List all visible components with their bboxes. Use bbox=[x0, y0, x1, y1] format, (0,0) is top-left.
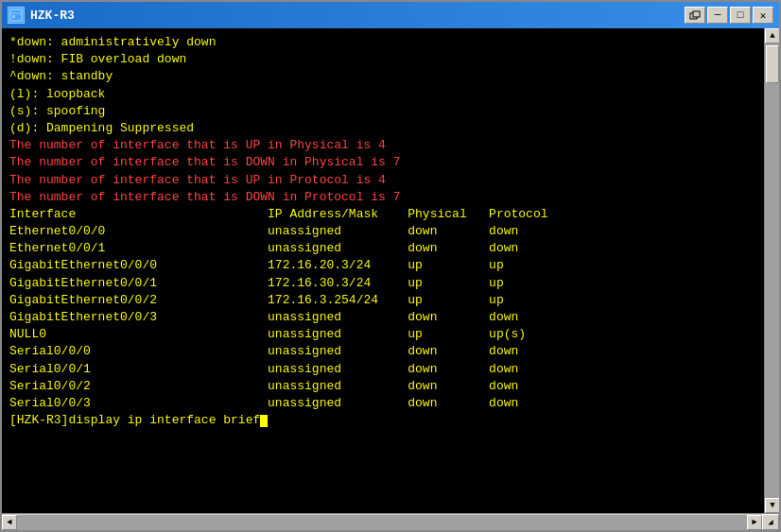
terminal-line: The number of interface that is DOWN in … bbox=[9, 154, 756, 171]
resize-handle[interactable]: ◢ bbox=[762, 514, 779, 530]
title-bar: HZK-R3 ─ □ ✕ bbox=[2, 2, 779, 28]
window-controls: ─ □ ✕ bbox=[685, 7, 773, 24]
terminal-line: (l): loopback bbox=[9, 86, 756, 103]
terminal-line: GigabitEthernet0/0/0 172.16.20.3/24 up u… bbox=[9, 257, 756, 274]
terminal-line: (d): Dampening Suppressed bbox=[9, 120, 756, 137]
terminal-line: *down: administratively down bbox=[9, 34, 756, 51]
terminal-line: The number of interface that is UP in Ph… bbox=[9, 137, 756, 154]
maximize-button[interactable]: □ bbox=[730, 7, 751, 24]
terminal-line: Ethernet0/0/0 unassigned down down bbox=[9, 223, 756, 240]
scroll-left-button[interactable]: ◄ bbox=[2, 515, 17, 530]
svg-rect-2 bbox=[12, 15, 15, 18]
restore-button[interactable] bbox=[685, 7, 705, 24]
terminal-line: (s): spoofing bbox=[9, 103, 756, 120]
window-title: HZK-R3 bbox=[30, 9, 679, 23]
terminal-wrapper: *down: administratively down!down: FIB o… bbox=[2, 28, 779, 513]
terminal-window: HZK-R3 ─ □ ✕ *down: administratively dow… bbox=[0, 0, 781, 532]
svg-rect-0 bbox=[10, 9, 22, 21]
scroll-down-button[interactable]: ▼ bbox=[765, 498, 779, 513]
vertical-scrollbar: ▲ ▼ bbox=[764, 28, 779, 513]
scroll-right-button[interactable]: ► bbox=[747, 515, 762, 530]
bottom-bar: ◄ ► ◢ bbox=[2, 513, 779, 530]
terminal-line: Interface IP Address/Mask Physical Proto… bbox=[9, 206, 756, 223]
close-button[interactable]: ✕ bbox=[753, 7, 773, 24]
terminal-output[interactable]: *down: administratively down!down: FIB o… bbox=[2, 28, 764, 513]
terminal-line: GigabitEthernet0/0/3 unassigned down dow… bbox=[9, 309, 756, 326]
terminal-line: Ethernet0/0/1 unassigned down down bbox=[9, 240, 756, 257]
scroll-thumb[interactable] bbox=[766, 45, 779, 83]
terminal-line: The number of interface that is DOWN in … bbox=[9, 189, 756, 206]
scroll-track[interactable] bbox=[765, 43, 779, 498]
cursor bbox=[260, 415, 268, 427]
horizontal-track[interactable] bbox=[17, 515, 747, 530]
terminal-line: NULL0 unassigned up up(s) bbox=[9, 326, 756, 343]
terminal-line: The number of interface that is UP in Pr… bbox=[9, 172, 756, 189]
terminal-line: Serial0/0/3 unassigned down down bbox=[9, 395, 756, 412]
app-icon bbox=[8, 7, 25, 24]
terminal-line: !down: FIB overload down bbox=[9, 51, 756, 68]
terminal-prompt: [HZK-R3]display ip interface brief bbox=[9, 412, 756, 429]
svg-rect-4 bbox=[693, 11, 700, 17]
terminal-line: Serial0/0/2 unassigned down down bbox=[9, 378, 756, 395]
minimize-button[interactable]: ─ bbox=[707, 7, 728, 24]
terminal-line: GigabitEthernet0/0/1 172.16.30.3/24 up u… bbox=[9, 275, 756, 292]
terminal-line: Serial0/0/0 unassigned down down bbox=[9, 343, 756, 360]
terminal-line: GigabitEthernet0/0/2 172.16.3.254/24 up … bbox=[9, 292, 756, 309]
terminal-line: Serial0/0/1 unassigned down down bbox=[9, 361, 756, 378]
scroll-up-button[interactable]: ▲ bbox=[765, 28, 779, 43]
terminal-line: ^down: standby bbox=[9, 68, 756, 85]
